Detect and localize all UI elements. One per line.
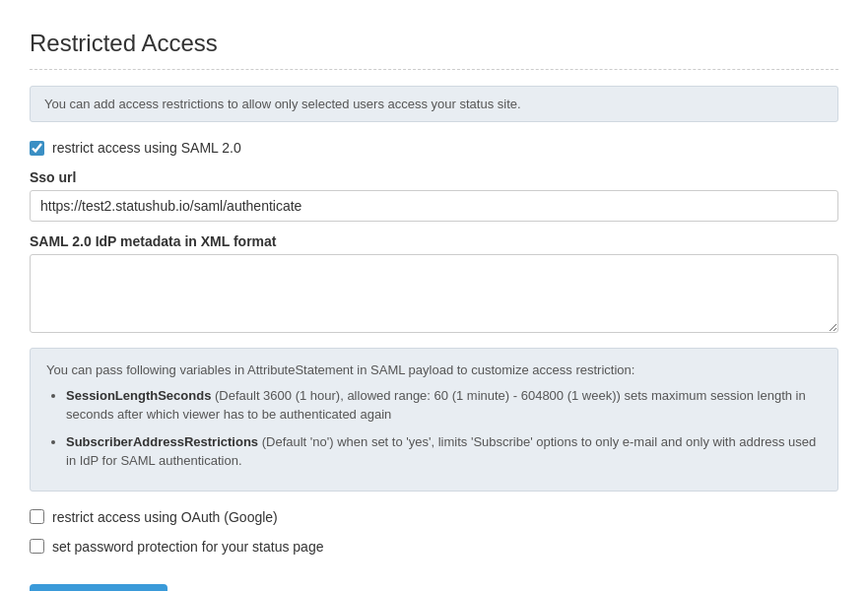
save-button[interactable]: Save changes <box>30 584 167 592</box>
oauth-checkbox-section: restrict access using OAuth (Google) <box>30 509 838 525</box>
saml-item2-bold: SubscriberAddressRestrictions <box>66 434 258 449</box>
password-checkbox-label[interactable]: set password protection for your status … <box>52 539 323 555</box>
saml-metadata-input[interactable] <box>30 254 838 333</box>
page-title: Restricted Access <box>30 30 838 70</box>
password-checkbox[interactable] <box>30 539 44 554</box>
password-checkbox-section: set password protection for your status … <box>30 539 838 555</box>
saml-item1-bold: SessionLengthSeconds <box>66 388 211 403</box>
saml-metadata-label: SAML 2.0 IdP metadata in XML format <box>30 233 838 249</box>
saml-info-item-1: SessionLengthSeconds (Default 3600 (1 ho… <box>66 386 822 425</box>
oauth-checkbox[interactable] <box>30 509 44 524</box>
oauth-checkbox-row: restrict access using OAuth (Google) <box>30 509 838 525</box>
sso-url-label: Sso url <box>30 169 838 185</box>
saml-checkbox-label[interactable]: restrict access using SAML 2.0 <box>52 140 241 156</box>
saml-checkbox[interactable] <box>30 141 44 156</box>
password-checkbox-row: set password protection for your status … <box>30 539 838 555</box>
saml-info-box: You can pass following variables in Attr… <box>30 348 838 492</box>
saml-info-item-2: SubscriberAddressRestrictions (Default '… <box>66 432 822 471</box>
oauth-checkbox-label[interactable]: restrict access using OAuth (Google) <box>52 509 278 525</box>
page-container: Restricted Access You can add access res… <box>0 0 868 591</box>
saml-metadata-group: SAML 2.0 IdP metadata in XML format <box>30 233 838 336</box>
saml-checkbox-row: restrict access using SAML 2.0 <box>30 140 838 156</box>
info-banner: You can add access restrictions to allow… <box>30 86 838 122</box>
saml-info-intro: You can pass following variables in Attr… <box>46 362 634 377</box>
saml-info-list: SessionLengthSeconds (Default 3600 (1 ho… <box>66 386 822 471</box>
info-banner-text: You can add access restrictions to allow… <box>44 97 521 111</box>
sso-url-group: Sso url <box>30 169 838 222</box>
sso-url-input[interactable] <box>30 190 838 222</box>
